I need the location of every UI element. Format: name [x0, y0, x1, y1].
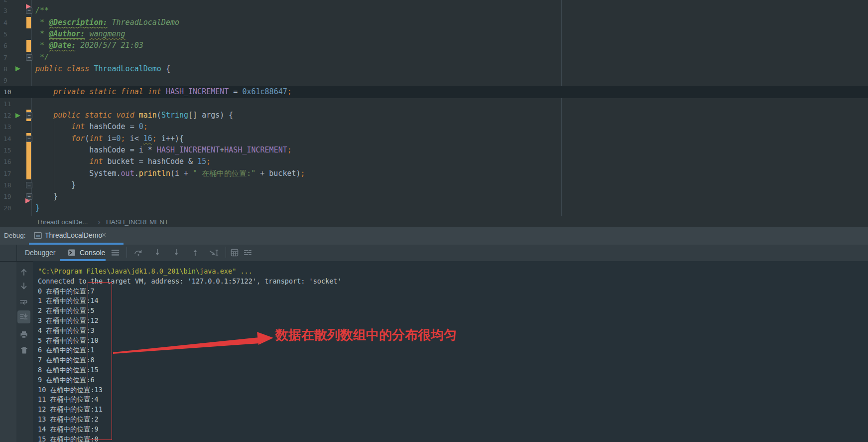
code-text: */ — [35, 52, 49, 63]
scroll-to-end-icon[interactable] — [19, 312, 28, 321]
code-text: System.out.println(i + " 在桶中的位置:" + buck… — [35, 168, 305, 179]
debug-session-tab[interactable]: ThreadLocalDemo — [45, 231, 102, 239]
code-text: for(int i=0; i< 16; i++){ — [35, 133, 184, 145]
code-line[interactable]: 20} — [0, 202, 868, 214]
code-line[interactable]: 11 — [0, 98, 868, 110]
layout-settings-icon[interactable] — [244, 249, 252, 257]
code-line[interactable]: 19− } — [0, 191, 868, 202]
code-line[interactable]: 12− public static void main(String[] arg… — [0, 110, 868, 121]
line-number: 7 — [3, 52, 22, 63]
debug-frame-icon — [34, 232, 42, 239]
code-text: } — [35, 191, 58, 202]
clear-console-icon[interactable] — [20, 346, 28, 355]
step-into-icon[interactable] — [153, 249, 161, 257]
vcs-change-bar — [26, 40, 31, 51]
up-stack-icon[interactable] — [19, 268, 28, 277]
line-number: 18 — [3, 179, 22, 191]
breadcrumb: ThreadLocalDe... › HASH_INCREMENT — [0, 216, 868, 228]
code-line[interactable]: 7− */ — [0, 52, 868, 63]
code-text: } — [35, 179, 76, 191]
evaluate-expression-icon[interactable] — [231, 249, 239, 257]
line-number: 3 — [3, 5, 22, 16]
force-step-into-icon[interactable] — [172, 249, 180, 257]
console-line: 0 在桶中的位置:7 — [38, 287, 95, 296]
code-line[interactable]: 6 * @Date: 2020/5/7 21:03 — [0, 40, 868, 51]
console-line: "C:\Program Files\Java\jdk1.8.0_201\bin\… — [38, 267, 252, 277]
console-line: Connected to the target VM, address: '12… — [38, 277, 342, 287]
code-line[interactable]: 10 private static final int HASH_INCREME… — [0, 86, 868, 98]
console-line: 4 在桶中的位置:3 — [38, 326, 95, 336]
line-number: 13 — [3, 121, 22, 133]
soft-wrap-icon[interactable] — [19, 298, 28, 307]
debug-left-toolbar — [0, 245, 17, 442]
run-to-cursor-icon[interactable] — [209, 249, 219, 257]
line-number: 17 — [3, 168, 22, 179]
code-line[interactable]: 5 * @Author: wangmeng — [0, 28, 868, 40]
breadcrumb-item-member[interactable]: HASH_INCREMENT — [106, 216, 168, 228]
line-number: 16 — [3, 156, 22, 167]
debug-view-toolbar: Debugger Console — [16, 245, 868, 262]
down-stack-icon[interactable] — [19, 282, 28, 291]
code-line[interactable]: 14− for(int i=0; i< 16; i++){ — [0, 133, 868, 145]
breadcrumb-item-class[interactable]: ThreadLocalDe... — [36, 216, 88, 228]
toolbar-separator — [226, 247, 226, 258]
line-number: 15 — [3, 145, 22, 156]
console-line: 9 在桶中的位置:6 — [38, 375, 95, 385]
code-line[interactable]: 9 — [0, 75, 868, 86]
vcs-change-bar — [26, 145, 31, 156]
console-line: 2 在桶中的位置:5 — [38, 306, 95, 316]
line-number: 5 — [3, 28, 22, 40]
print-icon[interactable] — [19, 330, 28, 339]
code-text: private static final int HASH_INCREMENT … — [35, 86, 292, 98]
code-line[interactable]: 13 int hashCode = 0; — [0, 121, 868, 133]
code-line[interactable]: 3−/** — [0, 5, 868, 16]
code-text: int hashCode = 0; — [35, 121, 148, 133]
code-line[interactable]: 17 System.out.println(i + " 在桶中的位置:" + b… — [0, 168, 868, 179]
console-output[interactable]: "C:\Program Files\Java\jdk1.8.0_201\bin\… — [33, 261, 868, 442]
code-line[interactable]: 8public class ThreadLocalDemo { — [0, 63, 868, 75]
code-line[interactable]: 18− } — [0, 179, 868, 191]
line-number: 11 — [3, 98, 22, 110]
close-icon[interactable]: ✕ — [101, 231, 107, 239]
line-number: 4 — [3, 17, 22, 28]
code-text: * @Description: ThreadLocalDemo — [35, 17, 179, 28]
annotation-rectangle — [88, 282, 112, 440]
console-icon — [68, 249, 76, 257]
code-line[interactable]: 16 int bucket = hashCode & 15; — [0, 156, 868, 167]
code-text: * @Date: 2020/5/7 21:03 — [35, 40, 143, 51]
fold-marker-icon[interactable]: − — [26, 182, 32, 188]
debug-toolwindow-header: Debug: ThreadLocalDemo ✕ — [0, 227, 868, 245]
run-line-icon[interactable] — [15, 66, 20, 71]
step-out-icon[interactable] — [191, 249, 199, 257]
line-number: 10 — [3, 86, 22, 98]
console-side-toolbar — [16, 261, 33, 442]
run-line-icon[interactable] — [15, 113, 20, 118]
code-text: /** — [35, 5, 49, 16]
vcs-change-bar — [26, 156, 31, 167]
menu-icon[interactable] — [111, 249, 120, 257]
line-number: 14 — [3, 133, 22, 145]
code-line[interactable]: 15 hashCode = i * HASH_INCREMENT+HASH_IN… — [0, 145, 868, 156]
code-text: * @Author: wangmeng — [35, 28, 125, 40]
fold-marker-icon[interactable]: − — [26, 136, 32, 142]
code-editor[interactable]: 23−/**4 * @Description: ThreadLocalDemo5… — [0, 0, 868, 216]
code-line[interactable]: 4 * @Description: ThreadLocalDemo — [0, 17, 868, 28]
tab-debugger[interactable]: Debugger — [25, 249, 56, 257]
step-over-icon[interactable] — [134, 249, 143, 257]
fold-marker-icon[interactable]: − — [26, 54, 32, 61]
vcs-change-bar — [26, 168, 31, 179]
debug-label: Debug: — [4, 232, 26, 239]
tab-console[interactable]: Console — [80, 249, 105, 257]
code-text: int bucket = hashCode & 15; — [35, 156, 211, 167]
code-text: } — [35, 202, 40, 214]
line-number: 9 — [3, 75, 22, 86]
bookmark-arrow-icon[interactable] — [25, 198, 30, 203]
fold-marker-icon[interactable]: − — [26, 112, 32, 119]
vcs-change-bar — [26, 17, 31, 28]
code-text: public class ThreadLocalDemo { — [35, 63, 170, 75]
bookmark-arrow-icon[interactable] — [26, 4, 31, 9]
code-text: hashCode = i * HASH_INCREMENT+HASH_INCRE… — [35, 145, 292, 156]
console-line: 7 在桶中的位置:8 — [38, 355, 95, 365]
code-line[interactable]: 2 — [0, 0, 868, 5]
line-number: 19 — [3, 191, 22, 202]
